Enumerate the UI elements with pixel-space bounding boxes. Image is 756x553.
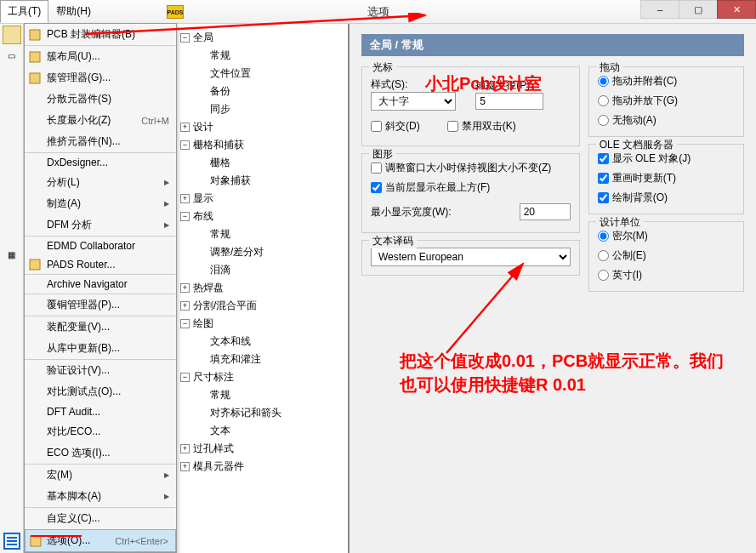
- options-tree: −全局常规文件位置备份同步+设计−栅格和捕获栅格对象捕获+显示−布线常规调整/差…: [177, 24, 349, 553]
- top-layer-checkbox[interactable]: [371, 182, 382, 193]
- toolbar-icon-2[interactable]: ▭: [3, 46, 21, 65]
- menu-item-label: PCB 封装编辑器(B): [47, 27, 135, 42]
- show-ole-checkbox[interactable]: [598, 153, 609, 164]
- tree-node-4[interactable]: −布线: [180, 208, 344, 225]
- menu-item-0[interactable]: PCB 封装编辑器(B): [25, 24, 176, 45]
- tree-node-0[interactable]: −全局: [180, 29, 344, 47]
- tree-node-1[interactable]: +设计: [180, 118, 344, 136]
- tree-collapse-icon[interactable]: −: [180, 140, 190, 150]
- menu-item-22[interactable]: 基本脚本(A)▶: [25, 486, 176, 507]
- menu-item-17[interactable]: 对比测试点(O)...: [25, 381, 176, 402]
- unit-fieldset: 设计单位 密尔(M) 公制(E) 英寸(I): [588, 221, 744, 292]
- menu-item-14[interactable]: 装配变量(V)...: [25, 316, 176, 338]
- menu-item-13[interactable]: 覆铜管理器(P)...: [25, 294, 176, 316]
- unit-mil-radio[interactable]: [598, 231, 609, 242]
- keep-view-checkbox[interactable]: [371, 162, 382, 174]
- menu-item-23[interactable]: 自定义(C)...: [25, 507, 176, 529]
- tree-leaf-0-3[interactable]: 同步: [180, 100, 344, 118]
- tree-node-8[interactable]: −尺寸标注: [180, 368, 344, 386]
- tree-leaf-0-0[interactable]: 常规: [180, 47, 344, 65]
- menu-item-6[interactable]: DxDesigner...: [25, 152, 176, 172]
- tree-collapse-icon[interactable]: −: [180, 319, 190, 328]
- tree-expand-icon[interactable]: +: [180, 462, 190, 471]
- tree-leaf-4-1[interactable]: 调整/差分对: [180, 243, 344, 261]
- menu-item-20[interactable]: ECO 选项(I)...: [25, 442, 176, 464]
- menu-item-label: DxDesigner...: [47, 157, 108, 168]
- menu-item-11[interactable]: PADS Router...: [25, 255, 176, 274]
- unit-inch-radio[interactable]: [598, 270, 609, 281]
- menu-item-19[interactable]: 对比/ECO...: [25, 421, 176, 442]
- tree-collapse-icon[interactable]: −: [180, 373, 190, 382]
- menu-item-7[interactable]: 分析(L)▶: [25, 172, 176, 193]
- diagonal-label: 斜交(D): [385, 119, 420, 134]
- maximize-button[interactable]: ▢: [679, 0, 718, 19]
- tree-leaf-8-0[interactable]: 常规: [180, 386, 344, 404]
- menu-item-21[interactable]: 宏(M)▶: [25, 464, 176, 486]
- menu-item-label: 长度最小化(Z): [47, 113, 111, 128]
- close-button[interactable]: ✕: [717, 0, 756, 19]
- menu-item-18[interactable]: DFT Audit...: [25, 402, 176, 421]
- tree-collapse-icon[interactable]: −: [180, 212, 190, 221]
- menu-item-5[interactable]: 推挤元器件(N)...: [25, 131, 176, 152]
- tree-leaf-7-0[interactable]: 文本和线: [180, 333, 344, 351]
- drag-drop-label: 拖动并放下(G): [612, 94, 678, 108]
- tree-expand-icon[interactable]: +: [180, 301, 190, 311]
- menu-item-4[interactable]: 长度最小化(Z)Ctrl+M: [25, 110, 176, 131]
- encoding-select[interactable]: Western European: [371, 248, 571, 266]
- tree-node-2[interactable]: −栅格和捕获: [180, 136, 344, 154]
- tree-expand-icon[interactable]: +: [180, 283, 190, 293]
- menu-help[interactable]: 帮助(H): [48, 0, 99, 23]
- drag-attach-radio[interactable]: [598, 76, 609, 87]
- menu-item-10[interactable]: EDMD Collaborator: [25, 236, 176, 255]
- tree-leaf-label: 泪滴: [210, 263, 230, 277]
- tree-node-6[interactable]: +分割/混合平面: [180, 297, 344, 315]
- tree-leaf-0-2[interactable]: 备份: [180, 83, 344, 100]
- menu-tools[interactable]: 工具(T): [0, 0, 48, 23]
- tree-expand-icon[interactable]: +: [180, 444, 190, 453]
- tree-leaf-4-0[interactable]: 常规: [180, 225, 344, 243]
- toolbar-icon-3[interactable]: ▦: [3, 245, 21, 264]
- menu-item-8[interactable]: 制造(A)▶: [25, 193, 176, 214]
- tree-node-5[interactable]: +热焊盘: [180, 279, 344, 297]
- menu-item-3[interactable]: 分散元器件(S): [25, 88, 176, 110]
- tree-node-10[interactable]: +模具元器件: [180, 458, 344, 476]
- menu-item-24[interactable]: 选项(O)...Ctrl+<Enter>: [25, 529, 176, 552]
- menu-item-2[interactable]: 簇管理器(G)...: [25, 67, 176, 88]
- tree-leaf-2-0[interactable]: 栅格: [180, 154, 344, 172]
- tree-leaf-8-1[interactable]: 对齐标记和箭头: [180, 404, 344, 422]
- tree-leaf-2-1[interactable]: 对象捕获: [180, 172, 344, 190]
- options-toolbar-icon[interactable]: [3, 533, 20, 550]
- tree-leaf-0-1[interactable]: 文件位置: [180, 65, 344, 83]
- no-drag-radio[interactable]: [598, 115, 609, 126]
- menu-item-9[interactable]: DFM 分析▶: [25, 214, 176, 236]
- diagonal-checkbox[interactable]: [371, 121, 382, 132]
- tree-leaf-8-2[interactable]: 文本: [180, 422, 344, 440]
- radius-input[interactable]: [475, 93, 543, 110]
- tree-collapse-icon[interactable]: −: [180, 33, 190, 43]
- tree-node-3[interactable]: +显示: [180, 190, 344, 208]
- menu-item-12[interactable]: Archive Navigator: [25, 274, 176, 294]
- min-width-input[interactable]: [520, 203, 571, 220]
- tree-node-7[interactable]: −绘图: [180, 315, 344, 333]
- tree-expand-icon[interactable]: +: [180, 194, 190, 203]
- tree-leaf-label: 文件位置: [210, 66, 251, 81]
- unit-mm-radio[interactable]: [598, 250, 609, 261]
- tree-leaf-4-2[interactable]: 泪滴: [180, 261, 344, 279]
- drag-legend: 拖动: [596, 60, 623, 75]
- menu-item-16[interactable]: 验证设计(V)...: [25, 359, 176, 381]
- minimize-button[interactable]: –: [640, 0, 679, 19]
- redraw-ole-checkbox[interactable]: [598, 173, 609, 184]
- min-width-label: 最小显示宽度(W):: [371, 205, 452, 219]
- menu-item-1[interactable]: 簇布局(U)...: [25, 45, 176, 67]
- drag-drop-radio[interactable]: [598, 95, 609, 106]
- style-select[interactable]: 大十字: [371, 92, 456, 111]
- tree-node-label: 绘图: [193, 316, 213, 331]
- menu-item-icon: [28, 28, 42, 42]
- toolbar-icon-1[interactable]: [3, 26, 21, 44]
- disable-dblclick-checkbox[interactable]: [447, 121, 458, 132]
- menu-item-15[interactable]: 从库中更新(B)...: [25, 338, 176, 359]
- tree-expand-icon[interactable]: +: [180, 123, 190, 132]
- tree-node-9[interactable]: +过孔样式: [180, 440, 344, 458]
- draw-bg-checkbox[interactable]: [598, 192, 609, 203]
- tree-leaf-7-1[interactable]: 填充和灌注: [180, 351, 344, 368]
